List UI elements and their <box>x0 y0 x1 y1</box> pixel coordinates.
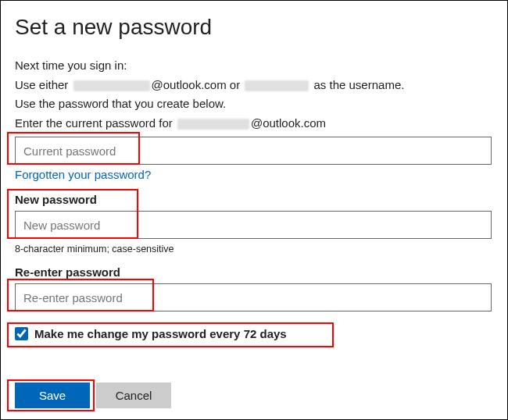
forgot-password-link[interactable]: Forgotten your password? <box>15 168 151 181</box>
current-password-input[interactable] <box>15 137 492 165</box>
force-change-label: Make me change my password every 72 days <box>34 327 287 340</box>
use-either-prefix: Use either <box>15 78 68 91</box>
redacted-current-email-local <box>177 119 249 130</box>
save-button[interactable]: Save <box>15 383 90 408</box>
new-password-input[interactable] <box>15 211 492 239</box>
redacted-alt-username <box>245 80 309 91</box>
new-password-label: New password <box>15 193 493 206</box>
enter-current-suffix: @outlook.com <box>251 116 326 130</box>
reenter-password-input[interactable] <box>15 283 492 311</box>
cancel-button[interactable]: Cancel <box>96 383 171 408</box>
outlook-or: @outlook.com or <box>152 78 241 91</box>
intro-use-either: Use either @outlook.com or as the userna… <box>15 77 493 94</box>
page-title: Set a new password <box>15 15 493 40</box>
intro-next-time: Next time you sign in: <box>15 57 493 75</box>
reenter-password-label: Re-enter password <box>15 265 493 279</box>
redacted-email-local <box>73 80 150 91</box>
intro-use-password: Use the password that you create below. <box>15 95 493 113</box>
enter-current-prefix: Enter the current password for <box>15 116 173 130</box>
force-change-checkbox[interactable] <box>15 327 28 340</box>
password-hint: 8-character minimum; case-sensitive <box>15 244 493 254</box>
as-username: as the username. <box>314 78 405 91</box>
intro-enter-current: Enter the current password for @outlook.… <box>15 115 493 133</box>
